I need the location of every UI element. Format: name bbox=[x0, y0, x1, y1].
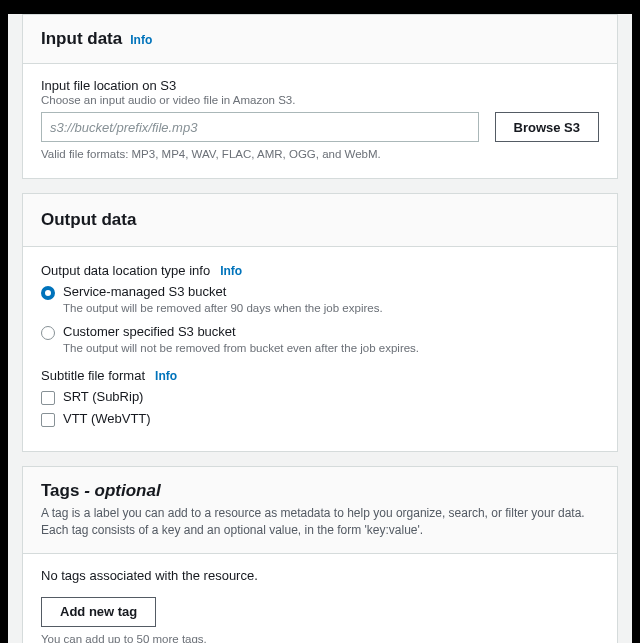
radio-customer-specified-desc: The output will not be removed from buck… bbox=[63, 342, 599, 354]
radio-customer-specified-input[interactable] bbox=[41, 326, 55, 340]
checkbox-srt-input[interactable] bbox=[41, 391, 55, 405]
tags-body: No tags associated with the resource. Ad… bbox=[23, 554, 617, 643]
input-data-body: Input file location on S3 Choose an inpu… bbox=[23, 64, 617, 178]
checkbox-vtt[interactable]: VTT (WebVTT) bbox=[41, 411, 599, 427]
radio-service-managed-label: Service-managed S3 bucket bbox=[63, 284, 226, 299]
tags-title-optional: - optional bbox=[79, 481, 160, 500]
output-location-label-row: Output data location type info Info bbox=[41, 263, 599, 278]
tags-header: Tags - optional A tag is a label you can… bbox=[23, 467, 617, 554]
output-location-label: Output data location type info bbox=[41, 263, 210, 278]
radio-customer-specified[interactable]: Customer specified S3 bucket bbox=[41, 324, 599, 340]
input-file-desc: Choose an input audio or video file in A… bbox=[41, 94, 599, 106]
tags-panel: Tags - optional A tag is a label you can… bbox=[22, 466, 618, 643]
output-location-info-link[interactable]: Info bbox=[220, 264, 242, 278]
input-data-panel: Input data Info Input file location on S… bbox=[22, 14, 618, 179]
output-data-panel: Output data Output data location type in… bbox=[22, 193, 618, 452]
tags-limit-hint: You can add up to 50 more tags. bbox=[41, 633, 599, 643]
browse-s3-button[interactable]: Browse S3 bbox=[495, 112, 599, 142]
radio-customer-specified-label: Customer specified S3 bucket bbox=[63, 324, 236, 339]
input-data-info-link[interactable]: Info bbox=[130, 33, 152, 47]
checkbox-srt[interactable]: SRT (SubRip) bbox=[41, 389, 599, 405]
output-data-title: Output data bbox=[41, 210, 136, 230]
checkbox-srt-label: SRT (SubRip) bbox=[63, 389, 143, 404]
tags-empty-text: No tags associated with the resource. bbox=[41, 568, 599, 583]
output-data-body: Output data location type info Info Serv… bbox=[23, 247, 617, 451]
tags-title: Tags - optional bbox=[41, 481, 599, 501]
tags-title-main: Tags bbox=[41, 481, 79, 500]
subtitle-format-label: Subtitle file format bbox=[41, 368, 145, 383]
subtitle-format-label-row: Subtitle file format Info bbox=[41, 368, 599, 383]
checkbox-vtt-input[interactable] bbox=[41, 413, 55, 427]
input-data-header: Input data Info bbox=[23, 15, 617, 64]
output-data-header: Output data bbox=[23, 194, 617, 247]
subtitle-format-info-link[interactable]: Info bbox=[155, 369, 177, 383]
radio-service-managed[interactable]: Service-managed S3 bucket bbox=[41, 284, 599, 300]
radio-service-managed-input[interactable] bbox=[41, 286, 55, 300]
checkbox-vtt-label: VTT (WebVTT) bbox=[63, 411, 151, 426]
input-data-title: Input data bbox=[41, 29, 122, 49]
input-file-label: Input file location on S3 bbox=[41, 78, 599, 93]
add-new-tag-button[interactable]: Add new tag bbox=[41, 597, 156, 627]
radio-service-managed-desc: The output will be removed after 90 days… bbox=[63, 302, 599, 314]
tags-desc: A tag is a label you can add to a resour… bbox=[41, 505, 599, 539]
input-file-s3-input[interactable] bbox=[41, 112, 479, 142]
valid-formats-hint: Valid file formats: MP3, MP4, WAV, FLAC,… bbox=[41, 148, 599, 160]
